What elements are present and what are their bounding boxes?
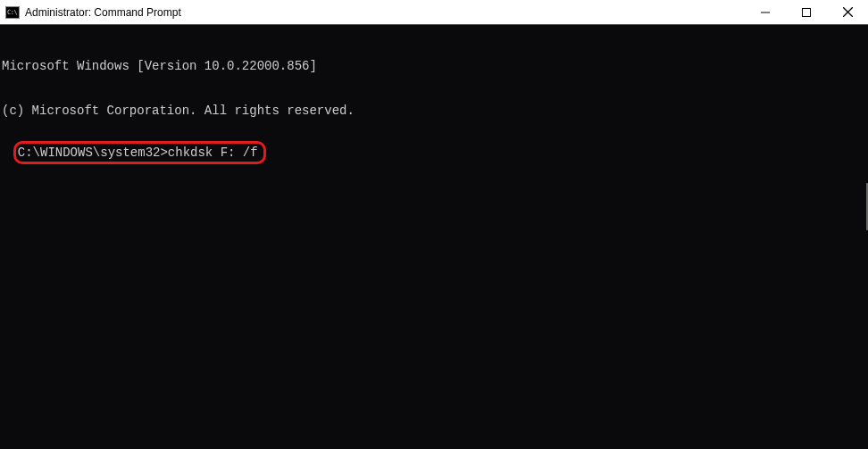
window-titlebar[interactable]: Administrator: Command Prompt bbox=[0, 0, 868, 25]
close-button[interactable] bbox=[827, 0, 868, 24]
command-text: chkdsk F: /f bbox=[168, 146, 258, 160]
window-title: Administrator: Command Prompt bbox=[25, 6, 745, 19]
copyright-line: (c) Microsoft Corporation. All rights re… bbox=[2, 104, 866, 119]
maximize-button[interactable] bbox=[786, 0, 827, 24]
minimize-button[interactable] bbox=[745, 0, 786, 24]
version-line: Microsoft Windows [Version 10.0.22000.85… bbox=[2, 59, 866, 74]
svg-rect-1 bbox=[803, 8, 811, 16]
annotation-highlight: C:\WINDOWS\system32>chkdsk F: /f bbox=[13, 141, 266, 165]
prompt-text: C:\WINDOWS\system32> bbox=[18, 146, 168, 160]
window-controls bbox=[745, 0, 868, 24]
terminal-body[interactable]: Microsoft Windows [Version 10.0.22000.85… bbox=[0, 25, 868, 168]
cmd-icon bbox=[5, 6, 20, 19]
